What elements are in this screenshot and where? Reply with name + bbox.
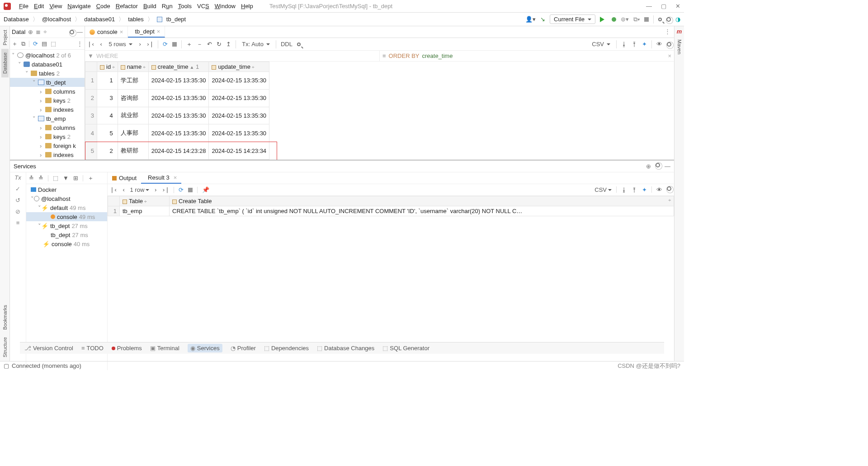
compare-icon[interactable]: ✦ [642,186,647,193]
breadcrumb-item[interactable]: database01 [84,16,115,23]
rail-maven[interactable]: Maven [676,37,683,57]
reload-icon[interactable]: ⟳ [163,41,168,48]
close-icon[interactable]: ⊘ [15,208,20,215]
maven-m-icon[interactable]: m [675,26,684,37]
reload-icon[interactable]: ⟳ [179,186,184,193]
debug-icon[interactable] [612,17,616,22]
first-page-icon[interactable]: |‹ [110,186,118,193]
cancel-query-icon[interactable] [188,188,193,192]
tab-console[interactable]: console× [85,26,128,38]
column-header-table[interactable]: Table÷ [120,196,170,206]
add-service-icon[interactable]: ＋ [88,174,94,182]
commit-icon[interactable]: ↻ [217,41,222,48]
window-minimize-icon[interactable]: — [646,3,652,10]
code-with-me-icon[interactable]: ◑ [675,16,680,23]
bottom-sql-generator[interactable]: ⬚SQL Generator [382,345,429,352]
new-datasource-icon[interactable]: ＋ [12,40,18,48]
tab-result[interactable]: Result 3× [141,172,181,184]
tree-indexes[interactable]: indexes [53,152,74,158]
tree-table-tb-dept[interactable]: tb_dept [46,79,66,86]
hide-panel-icon[interactable]: — [77,29,83,35]
bottom-terminal[interactable]: ▣Terminal [150,345,179,352]
services-console[interactable]: console49 ms [26,212,107,221]
bottom-database-changes[interactable]: ⬚Database Changes [317,345,374,352]
rail-structure[interactable]: Structure [1,333,9,361]
filter-collapse-icon[interactable]: ≛ [38,175,43,181]
merge-icon[interactable]: ≡ [16,219,20,226]
tx-mode-selector[interactable]: Tx: Auto [241,41,271,48]
bottom-problems[interactable]: Problems [112,345,142,352]
table-row[interactable]: 34就业部2024-02-15 13:35:302024-02-15 13:35… [85,107,269,124]
upload-icon[interactable]: ⭱ [632,41,637,48]
tab-tb-dept[interactable]: tb_dept× [128,26,165,38]
bottom-services[interactable]: ◉Services [188,344,222,352]
orderby-filter[interactable]: ≡ORDER BY create_time× [380,51,674,61]
clear-orderby-icon[interactable]: × [668,52,671,59]
menu-tools[interactable]: Tools [175,3,194,10]
column-header-create-table[interactable]: Create Table÷ [170,196,674,206]
compare-icon[interactable]: ✦ [642,41,647,48]
jump-to-query-icon[interactable]: ▤ [42,40,47,47]
where-filter[interactable]: ▼WHERE [85,51,380,61]
stop-icon[interactable] [644,17,649,22]
refresh-icon[interactable]: ⟳ [33,40,38,47]
filter-expand-icon[interactable]: ≛ [29,175,34,181]
tabs-more-icon[interactable]: ⋮ [661,26,674,38]
last-page-icon[interactable]: ›| [162,186,169,193]
tree-tables-folder[interactable]: tables [39,70,55,77]
profile-icon[interactable]: ⧉▾ [633,16,640,23]
bottom-profiler[interactable]: ◔Profiler [231,345,256,352]
tree-columns[interactable]: columns [53,124,75,131]
menu-vcs[interactable]: VCS [194,3,212,10]
menu-window[interactable]: Window [212,3,238,10]
funnel-icon[interactable]: ▼ [63,175,69,181]
table-row[interactable]: 1 tb_emp CREATE TABLE `tb_emp` ( `id` in… [108,206,674,216]
prev-page-icon[interactable]: ‹ [122,186,126,193]
build-hammer-icon[interactable]: ↘ [540,16,545,23]
services-tb-dept[interactable]: ˅⚡tb_dept27 ms [26,221,107,230]
collapse-icon[interactable]: ≣ [36,29,41,35]
menu-file[interactable]: File [16,3,31,10]
tree-datasource[interactable]: @localhost [25,52,55,59]
rows-selector[interactable]: 1 row [130,186,149,193]
search-everywhere-icon[interactable] [658,18,662,21]
table-row[interactable]: 23咨询部2024-02-15 13:35:302024-02-15 13:35… [85,89,269,107]
view-icon[interactable]: 👁 [656,186,662,193]
breadcrumb-item[interactable]: @localhost [42,16,71,23]
status-db-icon[interactable]: ▢ [4,362,9,369]
menu-build[interactable]: Build [141,3,159,10]
column-header-id[interactable]: id÷ [97,62,118,72]
rows-selector[interactable]: 5 rows [107,41,133,48]
rollback-icon[interactable]: ↺ [15,197,20,204]
download-icon[interactable]: ⭳ [621,41,627,48]
revert-icon[interactable]: ↶ [207,41,212,48]
services-console2[interactable]: ⚡console40 ms [26,239,107,248]
find-icon[interactable] [297,43,301,46]
breadcrumb-item[interactable]: tables [128,16,144,23]
tree-schema[interactable]: database01 [32,61,62,68]
filter-icon[interactable]: ÷ [43,29,47,35]
pin-icon[interactable]: 📌 [202,186,209,193]
more-icon[interactable]: ⋮ [77,40,83,47]
tree-table-tb-emp[interactable]: tb_emp [46,115,66,122]
submit-icon[interactable]: ↥ [226,41,231,48]
bottom-dependencies[interactable]: ⬚Dependencies [264,345,309,352]
add-row-icon[interactable]: ＋ [186,40,192,48]
tree-indexes[interactable]: indexes [53,106,74,113]
grid-settings-icon[interactable] [667,42,671,47]
prev-page-icon[interactable]: ‹ [99,41,103,48]
close-tab-icon[interactable]: × [157,28,160,35]
tree-columns[interactable]: columns [53,88,75,95]
panel-settings-icon[interactable] [656,163,660,167]
rail-database[interactable]: Database [1,49,9,77]
next-page-icon[interactable]: › [138,41,142,48]
panel-settings-icon[interactable] [70,30,74,34]
export-format-selector[interactable]: CSV [590,41,612,48]
services-tb-dept-item[interactable]: tb_dept27 ms [26,230,107,239]
tree-foreign-keys[interactable]: foreign k [53,143,76,149]
settings-icon[interactable] [666,17,671,22]
run-icon[interactable] [600,17,607,22]
export-format-selector[interactable]: CSV [594,186,612,193]
group-icon[interactable]: ⬚ [53,175,58,181]
menu-navigate[interactable]: Navigate [65,3,93,10]
